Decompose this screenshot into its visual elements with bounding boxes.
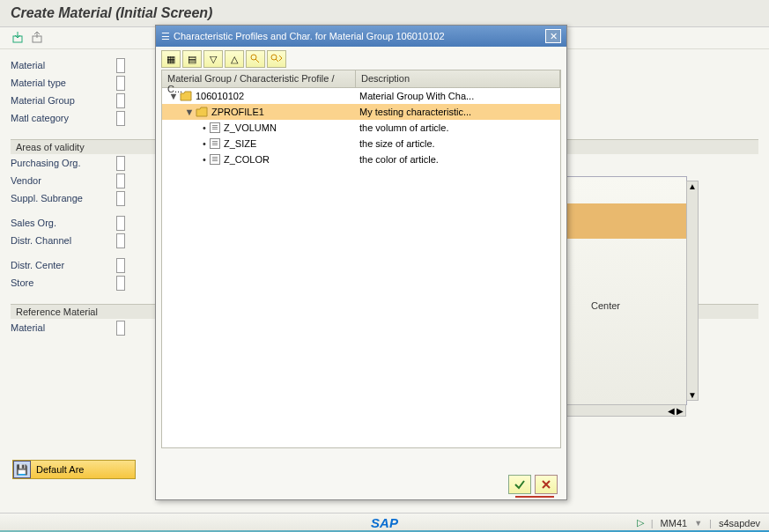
bullet-icon: • bbox=[199, 138, 210, 149]
tree-item-description: the color of article. bbox=[356, 154, 560, 165]
right-panel: Center ▲▼ ◀▶ bbox=[564, 176, 687, 405]
default-area-bar[interactable]: 💾 Default Are bbox=[12, 460, 136, 479]
material-group-label: Material Group bbox=[11, 95, 116, 106]
tree-item-label: ZPROFILE1 bbox=[211, 107, 264, 117]
center-label: Center bbox=[591, 300, 620, 311]
status-bar: SAP ▷ | MM41 ▼ | s4sapdev bbox=[0, 513, 769, 532]
store-label: Store bbox=[11, 277, 116, 288]
tree-table: Material Group / Characteristic Profile … bbox=[161, 70, 561, 448]
page-title: Create Material (Initial Screen) bbox=[11, 5, 758, 21]
dialog-toolbar: ▦ ▤ ▽ △ bbox=[156, 47, 566, 70]
session-icon[interactable]: ▷ bbox=[637, 517, 644, 528]
sales-org-label: Sales Org. bbox=[11, 218, 116, 228]
cancel-button[interactable] bbox=[535, 475, 558, 494]
bullet-icon: • bbox=[199, 154, 210, 165]
vendor-label: Vendor bbox=[11, 175, 116, 186]
store-field[interactable] bbox=[116, 276, 125, 291]
window-icon: ☰ bbox=[161, 31, 170, 42]
tree-header: Material Group / Characteristic Profile … bbox=[162, 70, 560, 88]
tree-row[interactable]: ▼106010102Material Group With Cha... bbox=[162, 88, 560, 104]
save-icon: 💾 bbox=[13, 461, 31, 478]
tree-row[interactable]: ▼ZPROFILE1My testing characteristic... bbox=[162, 104, 560, 120]
toggle-icon[interactable]: ▼ bbox=[183, 107, 196, 117]
dialog-titlebar[interactable]: ☰ Characteristic Profiles and Char. for … bbox=[156, 26, 566, 47]
sales-org-field[interactable] bbox=[116, 216, 125, 231]
distr-center-label: Distr. Center bbox=[11, 260, 116, 270]
tcode-label: MM41 bbox=[661, 518, 688, 528]
folder-icon bbox=[196, 107, 208, 117]
tree-item-description: My testing characteristic... bbox=[356, 107, 560, 117]
title-bar: Create Material (Initial Screen) bbox=[0, 0, 769, 27]
col-profile-header[interactable]: Material Group / Characteristic Profile … bbox=[162, 70, 356, 87]
matl-category-label: Matl category bbox=[11, 113, 116, 123]
tree-item-label: Z_COLOR bbox=[224, 154, 270, 165]
tree-row[interactable]: •Z_COLORthe color of article. bbox=[162, 151, 560, 167]
toggle-icon[interactable]: ▼ bbox=[167, 91, 180, 101]
tree-row[interactable]: •Z_VOLUMNthe volumn of article. bbox=[162, 120, 560, 136]
close-icon[interactable]: ✕ bbox=[545, 29, 561, 43]
collapse-icon[interactable]: ▽ bbox=[203, 50, 223, 68]
separator: | bbox=[651, 518, 654, 528]
find-next-icon[interactable] bbox=[267, 50, 286, 68]
ok-button[interactable] bbox=[508, 475, 531, 494]
tree-item-description: Material Group With Cha... bbox=[356, 91, 560, 101]
distr-center-field[interactable] bbox=[116, 258, 125, 273]
document-icon bbox=[210, 122, 220, 133]
col-description-header[interactable]: Description bbox=[356, 70, 560, 87]
matl-category-field[interactable] bbox=[116, 111, 125, 126]
material-field[interactable] bbox=[116, 58, 125, 73]
distr-channel-label: Distr. Channel bbox=[11, 235, 116, 246]
svg-line-3 bbox=[255, 59, 259, 63]
sap-logo: SAP bbox=[371, 515, 398, 530]
tcode-dropdown-icon[interactable]: ▼ bbox=[694, 519, 702, 528]
purch-org-label: Purchasing Org. bbox=[11, 158, 116, 168]
find-icon[interactable] bbox=[246, 50, 265, 68]
purch-org-field[interactable] bbox=[116, 156, 125, 171]
ref-material-label: Material bbox=[11, 322, 116, 333]
layout-2-icon[interactable]: ▤ bbox=[182, 50, 202, 68]
expand-icon[interactable]: △ bbox=[225, 50, 244, 68]
material-type-field[interactable] bbox=[116, 76, 125, 91]
default-area-label: Default Are bbox=[36, 464, 84, 475]
svg-line-5 bbox=[276, 59, 278, 62]
ref-material-field[interactable] bbox=[116, 321, 125, 336]
data-out-icon[interactable] bbox=[30, 29, 46, 45]
horizontal-scrollbar[interactable]: ◀▶ bbox=[565, 404, 686, 417]
bullet-icon: • bbox=[199, 122, 210, 133]
document-icon bbox=[210, 138, 220, 149]
distr-channel-field[interactable] bbox=[116, 233, 125, 248]
dialog-footer bbox=[508, 475, 558, 494]
characteristic-profiles-dialog: ☰ Characteristic Profiles and Char. for … bbox=[155, 25, 567, 500]
tree-item-description: the size of article. bbox=[356, 138, 560, 149]
tree-item-description: the volumn of article. bbox=[356, 122, 560, 133]
dialog-title: Characteristic Profiles and Char. for Ma… bbox=[174, 31, 445, 41]
subrange-field[interactable] bbox=[116, 191, 125, 206]
tree-item-label: 106010102 bbox=[196, 91, 244, 101]
tree-item-label: Z_VOLUMN bbox=[224, 122, 277, 133]
focus-indicator bbox=[515, 496, 554, 498]
material-label: Material bbox=[11, 60, 116, 70]
data-in-icon[interactable] bbox=[11, 29, 26, 45]
material-group-field[interactable] bbox=[116, 93, 125, 108]
material-type-label: Material type bbox=[11, 78, 116, 88]
layout-1-icon[interactable]: ▦ bbox=[161, 50, 181, 68]
folder-icon bbox=[180, 91, 192, 101]
vendor-field[interactable] bbox=[116, 174, 125, 188]
subrange-label: Suppl. Subrange bbox=[11, 193, 116, 203]
document-icon bbox=[210, 154, 220, 165]
tree-item-label: Z_SIZE bbox=[224, 138, 256, 149]
user-label: s4sapdev bbox=[719, 518, 760, 528]
tree-row[interactable]: •Z_SIZEthe size of article. bbox=[162, 136, 560, 151]
tree-body: ▼106010102Material Group With Cha...▼ZPR… bbox=[162, 88, 560, 167]
selection-band bbox=[565, 203, 686, 239]
vertical-scrollbar[interactable]: ▲▼ bbox=[686, 181, 699, 401]
separator: | bbox=[709, 518, 712, 528]
